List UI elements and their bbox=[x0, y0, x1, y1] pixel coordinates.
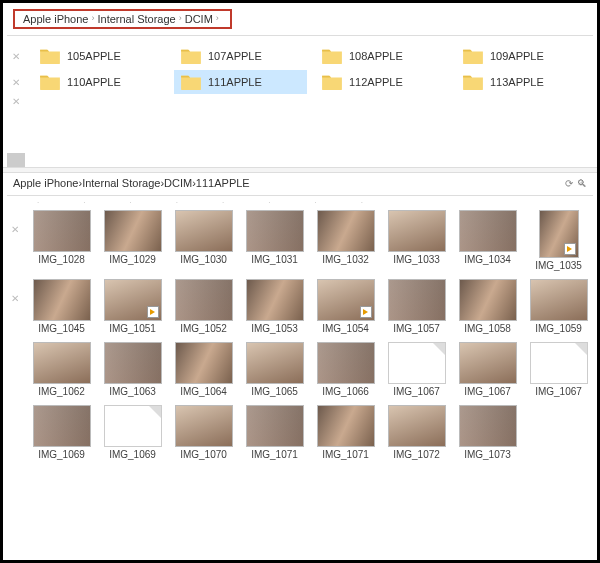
file-item[interactable]: IMG_1033 bbox=[384, 210, 449, 265]
file-label: IMG_1073 bbox=[464, 449, 511, 460]
folder-label: 108APPLE bbox=[349, 50, 403, 62]
breadcrumb-seg[interactable]: 111APPLE bbox=[196, 177, 250, 189]
folder-item[interactable]: 110APPLE bbox=[33, 70, 166, 94]
play-icon bbox=[564, 243, 576, 255]
folder-item-selected[interactable]: 111APPLE bbox=[174, 70, 307, 94]
folder-label: 113APPLE bbox=[490, 76, 544, 88]
file-label: IMG_1065 bbox=[251, 386, 298, 397]
file-item[interactable]: IMG_1058 bbox=[455, 279, 520, 334]
image-thumbnail bbox=[317, 342, 375, 384]
breadcrumb-top-wrap: Apple iPhone › Internal Storage › DCIM › bbox=[3, 3, 597, 33]
folder-icon bbox=[321, 47, 343, 65]
file-item[interactable]: IMG_1063 bbox=[100, 342, 165, 397]
file-label: IMG_1072 bbox=[393, 449, 440, 460]
file-item[interactable]: IMG_1059 bbox=[526, 279, 591, 334]
file-item[interactable]: IMG_1066 bbox=[313, 342, 378, 397]
thumbnail-grid: ✕IMG_1028IMG_1029IMG_1030IMG_1031IMG_103… bbox=[3, 206, 597, 464]
file-item[interactable]: IMG_1067 bbox=[526, 342, 591, 397]
folder-item[interactable]: 107APPLE bbox=[174, 44, 307, 68]
file-item[interactable]: IMG_1069 bbox=[29, 405, 94, 460]
image-thumbnail bbox=[175, 342, 233, 384]
file-label: IMG_1053 bbox=[251, 323, 298, 334]
file-label: IMG_1051 bbox=[109, 323, 156, 334]
folder-label: 109APPLE bbox=[490, 50, 544, 62]
file-item[interactable]: IMG_1053 bbox=[242, 279, 307, 334]
pin-icon[interactable] bbox=[7, 342, 23, 356]
folder-icon bbox=[180, 73, 202, 91]
divider bbox=[7, 35, 593, 36]
file-item[interactable]: IMG_1067 bbox=[384, 342, 449, 397]
image-thumbnail bbox=[33, 342, 91, 384]
file-item[interactable]: IMG_1065 bbox=[242, 342, 307, 397]
file-item[interactable]: IMG_1071 bbox=[242, 405, 307, 460]
play-icon bbox=[147, 306, 159, 318]
file-item[interactable]: IMG_1034 bbox=[455, 210, 520, 265]
file-item[interactable]: IMG_1031 bbox=[242, 210, 307, 265]
breadcrumb-seg[interactable]: Apple iPhone bbox=[13, 177, 78, 189]
file-item[interactable]: IMG_1070 bbox=[171, 405, 236, 460]
image-thumbnail bbox=[104, 342, 162, 384]
breadcrumb-highlight: Apple iPhone › Internal Storage › DCIM › bbox=[13, 9, 232, 29]
folder-item[interactable]: 109APPLE bbox=[456, 44, 589, 68]
file-label: IMG_1029 bbox=[109, 254, 156, 265]
breadcrumb-seg[interactable]: Internal Storage bbox=[97, 13, 175, 25]
folder-label: 107APPLE bbox=[208, 50, 262, 62]
file-item[interactable]: IMG_1052 bbox=[171, 279, 236, 334]
video-thumbnail bbox=[317, 279, 375, 321]
top-pane: Apple iPhone › Internal Storage › DCIM ›… bbox=[3, 3, 597, 167]
folder-label: 112APPLE bbox=[349, 76, 403, 88]
file-item[interactable]: IMG_1072 bbox=[384, 405, 449, 460]
breadcrumb-seg[interactable]: Internal Storage bbox=[82, 177, 160, 189]
file-item[interactable]: IMG_1064 bbox=[171, 342, 236, 397]
pin-icon[interactable]: ✕ bbox=[7, 77, 25, 88]
refresh-icon[interactable]: ⟳ bbox=[565, 178, 573, 189]
folder-item[interactable]: 108APPLE bbox=[315, 44, 448, 68]
pin-icon[interactable]: ✕ bbox=[7, 279, 23, 304]
file-label: IMG_1057 bbox=[393, 323, 440, 334]
file-item[interactable]: IMG_1051 bbox=[100, 279, 165, 334]
file-item[interactable]: IMG_1029 bbox=[100, 210, 165, 265]
image-thumbnail bbox=[459, 279, 517, 321]
pin-icon[interactable]: ✕ bbox=[7, 210, 23, 235]
image-thumbnail bbox=[388, 405, 446, 447]
column-ticks: ········ bbox=[3, 198, 597, 206]
pin-icon[interactable]: ✕ bbox=[7, 51, 25, 62]
file-item[interactable]: IMG_1030 bbox=[171, 210, 236, 265]
folder-item[interactable]: 105APPLE bbox=[33, 44, 166, 68]
folder-item[interactable]: 113APPLE bbox=[456, 70, 589, 94]
file-item[interactable]: IMG_1054 bbox=[313, 279, 378, 334]
file-item[interactable]: IMG_1045 bbox=[29, 279, 94, 334]
image-thumbnail bbox=[246, 279, 304, 321]
file-item[interactable]: IMG_1035 bbox=[526, 210, 591, 271]
selection-stub bbox=[7, 153, 25, 167]
folder-item[interactable]: 112APPLE bbox=[315, 70, 448, 94]
file-item[interactable]: IMG_1032 bbox=[313, 210, 378, 265]
chevron-right-icon: › bbox=[179, 13, 182, 25]
breadcrumb-seg[interactable]: Apple iPhone bbox=[23, 13, 88, 25]
folder-icon bbox=[462, 47, 484, 65]
file-label: IMG_1071 bbox=[322, 449, 369, 460]
image-thumbnail bbox=[246, 342, 304, 384]
file-label: IMG_1067 bbox=[464, 386, 511, 397]
search-icon[interactable]: 🔍︎ bbox=[577, 178, 587, 189]
file-item[interactable]: IMG_1057 bbox=[384, 279, 449, 334]
breadcrumb-bottom: Apple iPhone › Internal Storage › DCIM ›… bbox=[3, 173, 597, 193]
folder-icon bbox=[462, 73, 484, 91]
file-label: IMG_1030 bbox=[180, 254, 227, 265]
image-thumbnail bbox=[246, 405, 304, 447]
pin-icon[interactable] bbox=[7, 405, 23, 419]
pin-icon[interactable]: ✕ bbox=[7, 96, 25, 107]
file-label: IMG_1066 bbox=[322, 386, 369, 397]
breadcrumb-seg[interactable]: DCIM bbox=[185, 13, 213, 25]
image-thumbnail bbox=[317, 405, 375, 447]
file-item[interactable]: IMG_1069 bbox=[100, 405, 165, 460]
file-item[interactable]: IMG_1071 bbox=[313, 405, 378, 460]
file-item[interactable]: IMG_1067 bbox=[455, 342, 520, 397]
file-item[interactable]: IMG_1028 bbox=[29, 210, 94, 265]
file-item[interactable]: IMG_1062 bbox=[29, 342, 94, 397]
file-item[interactable]: IMG_1073 bbox=[455, 405, 520, 460]
image-thumbnail bbox=[104, 210, 162, 252]
folder-label: 110APPLE bbox=[67, 76, 121, 88]
breadcrumb-seg[interactable]: DCIM bbox=[164, 177, 192, 189]
image-thumbnail bbox=[175, 279, 233, 321]
